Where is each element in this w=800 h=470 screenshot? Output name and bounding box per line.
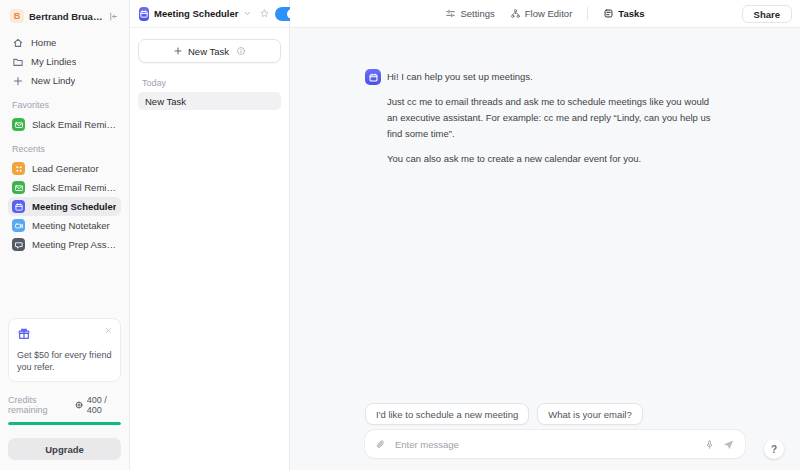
section-label-recents: Recents <box>8 134 121 159</box>
gift-icon <box>17 327 31 341</box>
sidebar-item-label: Meeting Notetaker <box>32 220 110 231</box>
credits-progress-bar <box>8 422 121 425</box>
tab-flow-editor[interactable]: Flow Editor <box>510 8 573 19</box>
sidebar-item-slack-email-reminder[interactable]: Slack Email Reminder <box>8 178 121 197</box>
chevron-down-icon[interactable] <box>243 9 252 18</box>
help-button[interactable]: ? <box>764 439 784 459</box>
credit-coin-icon <box>74 400 84 410</box>
lindy-title[interactable]: Meeting Scheduler <box>154 8 238 19</box>
credits-amount: 400 / 400 <box>87 395 121 415</box>
microphone-icon[interactable] <box>704 439 715 450</box>
task-row[interactable]: New Task <box>138 92 281 110</box>
assistant-message-text: Hi! I can help you set up meetings.Just … <box>387 68 719 167</box>
flow-icon <box>510 8 521 19</box>
send-icon[interactable] <box>722 438 735 451</box>
tab-settings-label: Settings <box>460 8 494 19</box>
sidebar-item-home[interactable]: Home <box>8 33 121 52</box>
sidebar-item-lead-generator[interactable]: Lead Generator <box>8 159 121 178</box>
grid-icon <box>12 162 25 175</box>
promo-text: Get $50 for every friend you refer. <box>17 350 112 373</box>
sidebar-item-label: Home <box>31 37 56 48</box>
sidebar-spacer <box>8 254 121 318</box>
task-list: New Task <box>138 92 281 110</box>
workspace-avatar: B <box>10 9 24 23</box>
topbar: Settings Flow Editor Tasks Share <box>290 0 800 28</box>
new-task-label: New Task <box>188 46 229 57</box>
message-input-bar[interactable] <box>365 430 745 458</box>
tab-tasks[interactable]: Tasks <box>603 8 644 19</box>
suggestion-chips: I'd like to schedule a new meetingWhat i… <box>365 403 745 425</box>
credits-label: Credits remaining <box>8 395 74 415</box>
topbar-tabs: Settings Flow Editor Tasks <box>445 7 644 20</box>
collapse-sidebar-icon[interactable] <box>108 11 119 22</box>
sidebar-item-my-lindies[interactable]: My Lindies <box>8 52 121 71</box>
assistant-paragraph: Hi! I can help you set up meetings. <box>387 69 719 85</box>
workspace-switcher[interactable]: B Bertrand Bruandet's... <box>8 8 121 33</box>
credits-value: 400 / 400 <box>74 395 121 415</box>
mail-icon <box>12 181 25 194</box>
sidebar-item-label: Slack Email Reminder <box>32 182 117 193</box>
plus-icon <box>173 46 183 56</box>
suggestion-chip[interactable]: I'd like to schedule a new meeting <box>365 403 529 425</box>
plus-icon <box>12 75 24 87</box>
tab-tasks-label: Tasks <box>618 8 644 19</box>
chat-icon <box>12 238 25 251</box>
new-task-button[interactable]: New Task <box>138 39 281 63</box>
video-icon <box>12 219 25 232</box>
sidebar-item-label: My Lindies <box>31 56 76 67</box>
main-area: Settings Flow Editor Tasks Share Hi! <box>290 0 800 470</box>
sidebar-item-meeting-prep-assistant[interactable]: Meeting Prep Assistant <box>8 235 121 254</box>
share-button[interactable]: Share <box>742 5 792 23</box>
workspace-name: Bertrand Bruandet's... <box>29 11 103 22</box>
chat-bottom: I'd like to schedule a new meetingWhat i… <box>365 403 745 470</box>
sidebar-sections: FavoritesSlack Email ReminderRecentsLead… <box>8 90 121 254</box>
sidebar-item-new-lindy[interactable]: New Lindy <box>8 71 121 90</box>
home-icon <box>12 37 24 49</box>
suggestion-chip[interactable]: What is your email? <box>537 403 642 425</box>
task-group-label: Today <box>142 78 277 88</box>
sidebar: B Bertrand Bruandet's... HomeMy LindiesN… <box>0 0 130 470</box>
sidebar-item-meeting-notetaker[interactable]: Meeting Notetaker <box>8 216 121 235</box>
sidebar-item-label: Lead Generator <box>32 163 99 174</box>
assistant-paragraph: Just cc me to email threads and ask me t… <box>387 94 719 142</box>
credits-progress-fill <box>8 422 121 425</box>
paperclip-icon[interactable] <box>375 439 386 450</box>
tasks-icon <box>603 8 614 19</box>
assistant-avatar-calendar-icon <box>365 69 381 85</box>
section-label-favorites: Favorites <box>8 90 121 115</box>
tab-settings[interactable]: Settings <box>445 8 494 19</box>
upgrade-button[interactable]: Upgrade <box>8 438 121 460</box>
sidebar-item-label: Meeting Prep Assistant <box>32 239 117 250</box>
task-panel: Meeting Scheduler New Task Today New Tas… <box>130 0 290 470</box>
assistant-paragraph: You can also ask me to create a new cale… <box>387 151 719 167</box>
sidebar-item-label: Meeting Scheduler <box>32 201 116 212</box>
sidebar-item-label: Slack Email Reminder <box>32 119 117 130</box>
sidebar-item-meeting-scheduler[interactable]: Meeting Scheduler <box>8 197 121 216</box>
app-window: B Bertrand Bruandet's... HomeMy LindiesN… <box>0 0 800 470</box>
referral-promo-card: Get $50 for every friend you refer. <box>8 318 121 382</box>
assistant-message: Hi! I can help you set up meetings.Just … <box>365 68 745 167</box>
tab-flow-editor-label: Flow Editor <box>525 8 573 19</box>
mail-icon <box>12 118 25 131</box>
sidebar-nav: HomeMy LindiesNew Lindy <box>8 33 121 90</box>
folder-icon <box>12 56 24 68</box>
chat-area: Hi! I can help you set up meetings.Just … <box>290 28 800 470</box>
close-icon[interactable] <box>104 326 113 335</box>
message-input[interactable] <box>393 438 697 451</box>
sliders-icon <box>445 8 456 19</box>
info-icon[interactable] <box>236 46 246 56</box>
calendar-icon <box>12 200 25 213</box>
meeting-scheduler-icon <box>139 7 149 21</box>
sidebar-item-slack-email-reminder[interactable]: Slack Email Reminder <box>8 115 121 134</box>
star-icon[interactable] <box>259 8 270 19</box>
task-panel-body: New Task Today New Task <box>130 28 289 110</box>
sidebar-item-label: New Lindy <box>31 75 75 86</box>
credits-row: Credits remaining 400 / 400 <box>8 395 121 415</box>
task-panel-header: Meeting Scheduler <box>130 0 289 28</box>
topbar-divider <box>587 7 588 20</box>
